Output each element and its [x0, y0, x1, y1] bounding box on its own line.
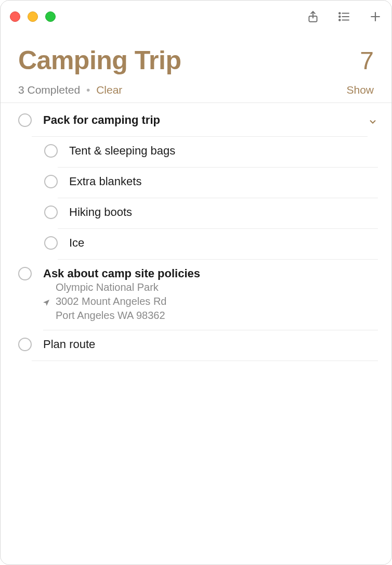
titlebar — [1, 1, 391, 33]
location-name: Olympic National Park — [56, 280, 378, 294]
reminder-title[interactable]: Plan route — [32, 330, 378, 361]
expand-subtasks-button[interactable] — [368, 106, 378, 129]
add-reminder-icon[interactable] — [369, 10, 382, 23]
open-count: 7 — [360, 46, 374, 75]
reminder-row[interactable]: Plan route — [1, 330, 391, 361]
traffic-lights — [10, 11, 56, 22]
subtask-title[interactable]: Extra blankets — [58, 168, 378, 198]
svg-point-5 — [339, 16, 341, 18]
location-icon — [42, 297, 50, 311]
zoom-window-button[interactable] — [45, 11, 56, 22]
complete-toggle[interactable] — [18, 338, 32, 351]
complete-toggle[interactable] — [44, 236, 58, 250]
clear-completed-button[interactable]: Clear — [96, 84, 122, 96]
complete-toggle[interactable] — [44, 175, 58, 188]
list-title: Camping Trip — [18, 45, 181, 75]
location-address1: 3002 Mount Angeles Rd — [56, 294, 378, 309]
complete-toggle[interactable] — [18, 267, 32, 280]
subtask-row[interactable]: Ice — [1, 229, 391, 260]
reminder-title[interactable]: Ask about camp site policies — [43, 260, 378, 280]
subtask-title[interactable]: Ice — [58, 229, 378, 260]
reminder-row[interactable]: Pack for camping trip — [1, 106, 391, 137]
reminder-location[interactable]: Olympic National Park 3002 Mount Angeles… — [43, 280, 378, 323]
svg-point-4 — [339, 12, 341, 14]
toolbar — [306, 10, 382, 23]
svg-point-6 — [339, 19, 341, 21]
subtask-title[interactable]: Hiking boots — [58, 198, 378, 229]
complete-toggle[interactable] — [18, 113, 32, 127]
reminder-title[interactable]: Pack for camping trip — [32, 106, 368, 137]
show-completed-button[interactable]: Show — [346, 84, 374, 96]
share-icon[interactable] — [306, 10, 320, 23]
subtask-row[interactable]: Hiking boots — [1, 198, 391, 229]
minimize-window-button[interactable] — [28, 11, 38, 22]
completed-bar: 3 Completed • Clear Show — [1, 79, 391, 103]
reminders-list: Pack for camping trip Tent & sleeping ba… — [1, 103, 391, 361]
location-address2: Port Angeles WA 98362 — [56, 309, 378, 323]
complete-toggle[interactable] — [44, 144, 58, 158]
completed-count-label: 3 Completed — [18, 84, 80, 96]
separator-dot: • — [83, 84, 93, 96]
reminder-body: Ask about camp site policies Olympic Nat… — [43, 260, 378, 330]
list-view-icon[interactable] — [337, 10, 351, 23]
subtask-row[interactable]: Extra blankets — [1, 168, 391, 198]
reminders-window: Camping Trip 7 3 Completed • Clear Show … — [0, 0, 392, 565]
list-header: Camping Trip 7 — [1, 33, 391, 79]
reminder-row[interactable]: Ask about camp site policies Olympic Nat… — [1, 260, 391, 330]
subtask-title[interactable]: Tent & sleeping bags — [58, 137, 378, 168]
complete-toggle[interactable] — [44, 206, 58, 219]
subtask-row[interactable]: Tent & sleeping bags — [1, 137, 391, 168]
close-window-button[interactable] — [10, 11, 20, 22]
